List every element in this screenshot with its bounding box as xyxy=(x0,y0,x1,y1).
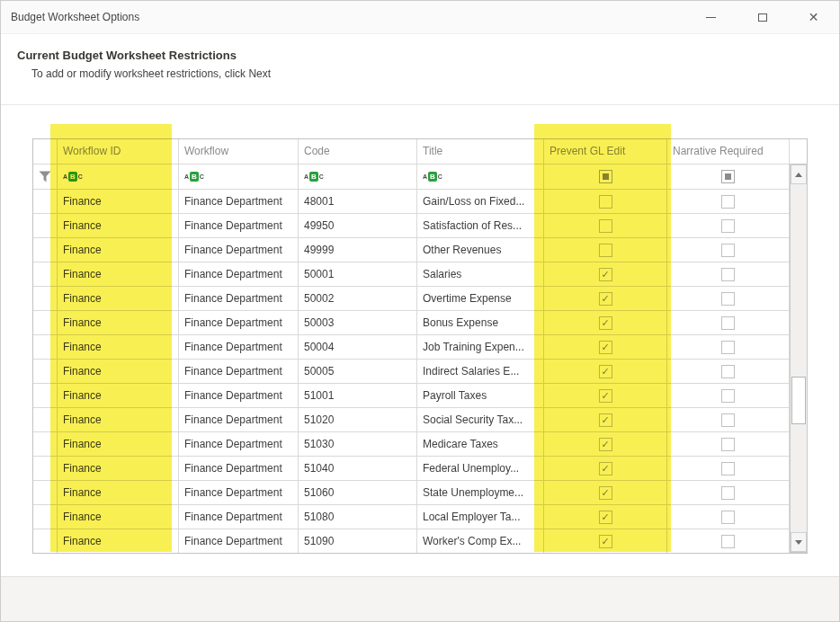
cell-row-indicator[interactable] xyxy=(33,529,57,553)
cell-row-indicator[interactable] xyxy=(33,311,57,334)
vertical-scrollbar[interactable] xyxy=(790,164,808,553)
cell-code[interactable]: 50004 xyxy=(299,335,416,359)
cell-workflow[interactable]: Finance Department xyxy=(179,529,298,553)
cell-workflow-id[interactable]: Finance xyxy=(58,262,178,286)
cell-narrative-required[interactable] xyxy=(667,335,789,359)
cell-row-indicator[interactable] xyxy=(33,214,57,237)
narrative-required-checkbox[interactable] xyxy=(721,438,735,451)
cell-row-indicator[interactable] xyxy=(33,190,57,213)
cell-row-indicator[interactable] xyxy=(33,287,57,310)
cell-prevent-gl-edit[interactable] xyxy=(544,287,666,310)
cell-title[interactable]: Other Revenues xyxy=(417,238,543,262)
cell-workflow-id[interactable]: Finance xyxy=(58,335,178,359)
cell-prevent-gl-edit[interactable] xyxy=(544,408,666,431)
cell-code[interactable]: 51060 xyxy=(299,481,416,504)
scroll-down-button[interactable] xyxy=(791,532,807,552)
narrative-required-checkbox[interactable] xyxy=(721,341,735,354)
cell-workflow[interactable]: Finance Department xyxy=(179,335,298,359)
prevent-gl-edit-checkbox[interactable] xyxy=(599,195,612,209)
narrative-required-checkbox[interactable] xyxy=(721,316,735,330)
cell-title[interactable]: Overtime Expense xyxy=(417,287,543,310)
cell-workflow[interactable]: Finance Department xyxy=(179,262,298,286)
cell-workflow-id[interactable]: Finance xyxy=(58,457,178,480)
cell-workflow[interactable]: Finance Department xyxy=(179,505,298,529)
narrative-required-checkbox[interactable] xyxy=(721,389,735,403)
cell-narrative-required[interactable] xyxy=(667,287,789,310)
column-header-title[interactable]: Title xyxy=(417,139,543,164)
close-button[interactable]: ✕ xyxy=(788,1,839,33)
cell-code[interactable]: 50003 xyxy=(299,311,416,334)
cell-workflow-id[interactable]: Finance xyxy=(58,311,178,334)
narrative-required-checkbox[interactable] xyxy=(721,511,735,524)
cell-workflow-id[interactable]: Finance xyxy=(58,505,178,529)
cell-row-indicator[interactable] xyxy=(33,238,57,262)
cell-workflow-id[interactable]: Finance xyxy=(58,360,178,383)
cell-title[interactable]: Federal Unemploy... xyxy=(417,457,543,480)
cell-narrative-required[interactable] xyxy=(667,505,789,529)
cell-narrative-required[interactable] xyxy=(667,190,789,213)
cell-narrative-required[interactable] xyxy=(667,408,789,431)
maximize-button[interactable] xyxy=(737,1,788,33)
cell-row-indicator[interactable] xyxy=(33,384,57,407)
prevent-gl-edit-checkbox[interactable] xyxy=(599,365,612,378)
narrative-required-checkbox[interactable] xyxy=(721,365,735,378)
prevent-gl-edit-checkbox[interactable] xyxy=(599,389,612,403)
cell-workflow[interactable]: Finance Department xyxy=(179,238,298,262)
narrative-required-checkbox[interactable] xyxy=(721,486,735,500)
filter-cell-narrative-required[interactable] xyxy=(667,164,789,189)
prevent-gl-edit-checkbox[interactable] xyxy=(599,511,612,524)
cell-prevent-gl-edit[interactable] xyxy=(544,311,666,334)
narrative-required-checkbox[interactable] xyxy=(721,413,735,427)
prevent-gl-edit-checkbox[interactable] xyxy=(599,462,612,475)
cell-workflow[interactable]: Finance Department xyxy=(179,311,298,334)
cell-workflow-id[interactable]: Finance xyxy=(58,432,178,456)
cell-workflow-id[interactable]: Finance xyxy=(58,481,178,504)
prevent-gl-edit-checkbox[interactable] xyxy=(599,219,612,233)
cell-workflow[interactable]: Finance Department xyxy=(179,457,298,480)
cell-row-indicator[interactable] xyxy=(33,432,57,456)
column-header-narrative-required[interactable]: Narrative Required xyxy=(667,139,789,164)
filter-cell-workflow[interactable]: ABC xyxy=(179,164,298,189)
cell-title[interactable]: Local Employer Ta... xyxy=(417,505,543,529)
cell-code[interactable]: 51090 xyxy=(299,529,416,553)
cell-workflow-id[interactable]: Finance xyxy=(58,287,178,310)
cell-row-indicator[interactable] xyxy=(33,457,57,480)
cell-narrative-required[interactable] xyxy=(667,481,789,504)
filter-cell-title[interactable]: ABC xyxy=(417,164,543,189)
prevent-gl-edit-checkbox[interactable] xyxy=(599,486,612,500)
cell-workflow-id[interactable]: Finance xyxy=(58,384,178,407)
prevent-gl-edit-checkbox[interactable] xyxy=(599,413,612,427)
cell-title[interactable]: State Unemployme... xyxy=(417,481,543,504)
cell-prevent-gl-edit[interactable] xyxy=(544,335,666,359)
cell-narrative-required[interactable] xyxy=(667,214,789,237)
narrative-required-checkbox[interactable] xyxy=(721,292,735,306)
scroll-thumb[interactable] xyxy=(791,377,806,424)
column-header-prevent-gl-edit[interactable]: Prevent GL Edit xyxy=(544,139,666,164)
prevent-gl-edit-checkbox[interactable] xyxy=(599,438,612,451)
column-header-workflow-id[interactable]: Workflow ID xyxy=(58,139,178,164)
cell-prevent-gl-edit[interactable] xyxy=(544,190,666,213)
cell-code[interactable]: 51040 xyxy=(299,457,416,480)
cell-code[interactable]: 50002 xyxy=(299,287,416,310)
cell-row-indicator[interactable] xyxy=(33,262,57,286)
cell-title[interactable]: Social Security Tax... xyxy=(417,408,543,431)
cell-prevent-gl-edit[interactable] xyxy=(544,505,666,529)
cell-title[interactable]: Indirect Salaries E... xyxy=(417,360,543,383)
narrative-required-checkbox[interactable] xyxy=(721,195,735,209)
cell-code[interactable]: 51001 xyxy=(299,384,416,407)
cell-row-indicator[interactable] xyxy=(33,505,57,529)
cell-title[interactable]: Job Training Expen... xyxy=(417,335,543,359)
filter-cell-code[interactable]: ABC xyxy=(299,164,416,189)
cell-code[interactable]: 50001 xyxy=(299,262,416,286)
cell-workflow-id[interactable]: Finance xyxy=(58,408,178,431)
cell-narrative-required[interactable] xyxy=(667,384,789,407)
cell-row-indicator[interactable] xyxy=(33,408,57,431)
cell-code[interactable]: 49999 xyxy=(299,238,416,262)
cell-code[interactable]: 50005 xyxy=(299,360,416,383)
cell-code[interactable]: 51030 xyxy=(299,432,416,456)
cell-workflow[interactable]: Finance Department xyxy=(179,384,298,407)
cell-workflow[interactable]: Finance Department xyxy=(179,214,298,237)
cell-prevent-gl-edit[interactable] xyxy=(544,432,666,456)
cell-narrative-required[interactable] xyxy=(667,457,789,480)
cell-workflow-id[interactable]: Finance xyxy=(58,238,178,262)
